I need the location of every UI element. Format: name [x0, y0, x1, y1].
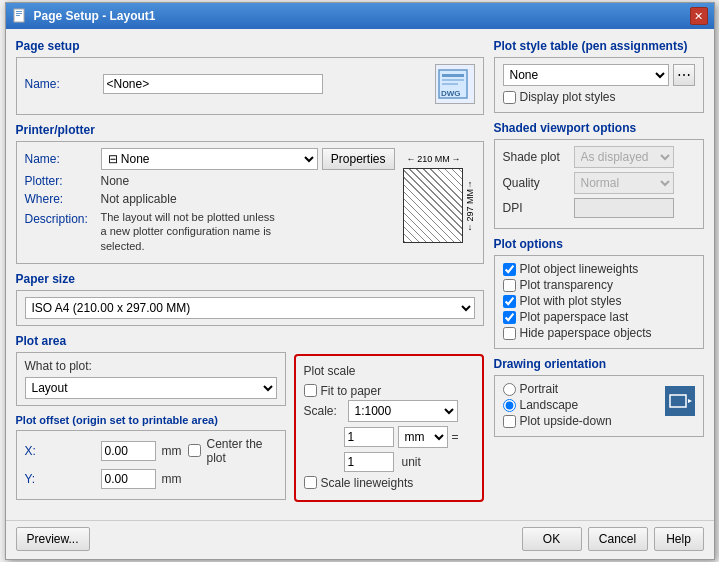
plot-scale-spacer [294, 334, 484, 354]
scale-lineweights-checkbox[interactable] [304, 476, 317, 489]
footer-buttons: Preview... OK Cancel Help [6, 520, 714, 559]
title-text: Page Setup - Layout1 [34, 9, 156, 23]
plot-area-label: Plot area [16, 334, 286, 348]
page-setup-name-input[interactable] [103, 74, 323, 94]
left-panel: Page setup Name: DWG [16, 39, 484, 510]
where-value: Not applicable [101, 192, 177, 206]
paper-size-label: Paper size [16, 272, 484, 286]
quality-row: Quality Normal [503, 172, 695, 194]
preview-button[interactable]: Preview... [16, 527, 90, 551]
plot-scale-group: Plot scale Fit to paper Scale: 1:1000 1:… [294, 354, 484, 502]
hide-paperspace-objects-checkbox[interactable] [503, 327, 516, 340]
shaded-viewport-label: Shaded viewport options [494, 121, 704, 135]
plot-object-lineweights-row: Plot object lineweights [503, 262, 695, 276]
x-row: X: mm Center the plot [25, 437, 277, 465]
svg-rect-3 [16, 15, 20, 16]
plot-options-group: Plot object lineweights Plot transparenc… [494, 255, 704, 349]
printer-select-container: ⊟ None Properties [101, 148, 395, 170]
paper-dim-top: 210 MM [417, 154, 450, 164]
orientation-options: Portrait Landscape Plot upside-down [503, 382, 612, 430]
paper-main: ↑ 297 MM ↓ [403, 168, 475, 243]
paper-dim-right: 297 MM [466, 189, 475, 222]
plot-upside-down-checkbox[interactable] [503, 415, 516, 428]
portrait-row: Portrait [503, 382, 612, 396]
fit-to-paper-row: Fit to paper [304, 384, 474, 398]
plot-transparency-label: Plot transparency [520, 278, 613, 292]
plot-offset-group: X: mm Center the plot Y: mm [16, 430, 286, 500]
what-to-plot-select[interactable]: Layout [25, 377, 277, 399]
x-input[interactable] [101, 441, 156, 461]
plot-transparency-checkbox[interactable] [503, 279, 516, 292]
svg-marker-10 [688, 399, 692, 403]
dpi-row: DPI [503, 198, 695, 218]
scale-select[interactable]: 1:1000 1:500 1:200 1:100 [348, 400, 458, 422]
quality-select[interactable]: Normal [574, 172, 674, 194]
ok-button[interactable]: OK [522, 527, 582, 551]
shade-plot-row: Shade plot As displayed [503, 146, 695, 168]
bottom-two-col: Plot area What to plot: Layout Plot offs… [16, 334, 484, 510]
close-button[interactable]: ✕ [690, 7, 708, 25]
plot-offset-label: Plot offset (origin set to printable are… [16, 414, 286, 426]
arrow-down: ↓ [468, 222, 473, 232]
arrow-left: ← [407, 154, 416, 164]
portrait-radio[interactable] [503, 383, 516, 396]
center-plot-checkbox[interactable] [188, 444, 201, 457]
svg-text:DWG: DWG [441, 89, 461, 98]
plot-paperspace-last-checkbox[interactable] [503, 311, 516, 324]
help-button[interactable]: Help [654, 527, 704, 551]
title-bar-left: Page Setup - Layout1 [12, 8, 156, 24]
display-plot-styles-checkbox[interactable] [503, 91, 516, 104]
properties-button[interactable]: Properties [322, 148, 395, 170]
plot-style-table-group: None ⋯ Display plot styles [494, 57, 704, 113]
dpi-label: DPI [503, 201, 568, 215]
plot-style-table-label: Plot style table (pen assignments) [494, 39, 704, 53]
y-mm-label: mm [162, 472, 182, 486]
y-input[interactable] [101, 469, 156, 489]
arrow-right: → [451, 154, 460, 164]
plotter-label: Plotter: [25, 174, 95, 188]
fit-to-paper-checkbox[interactable] [304, 384, 317, 397]
plot-upside-down-label: Plot upside-down [520, 414, 612, 428]
plot-upside-down-row: Plot upside-down [503, 414, 612, 428]
scale-label: Scale: [304, 404, 344, 418]
plot-paperspace-last-label: Plot paperspace last [520, 310, 629, 324]
plot-style-select[interactable]: None [503, 64, 669, 86]
dpi-input [574, 198, 674, 218]
paper-dim-right-col: ↑ 297 MM ↓ [466, 179, 475, 232]
plot-with-plot-styles-checkbox[interactable] [503, 295, 516, 308]
description-row: Description: The layout will not be plot… [25, 210, 395, 253]
quality-label: Quality [503, 176, 568, 190]
cancel-button[interactable]: Cancel [588, 527, 648, 551]
title-bar: Page Setup - Layout1 ✕ [6, 3, 714, 29]
page-setup-dialog: Page Setup - Layout1 ✕ Page setup Name: [5, 2, 715, 560]
plot-style-btn[interactable]: ⋯ [673, 64, 695, 86]
orientation-content: Portrait Landscape Plot upside-down [503, 382, 695, 430]
paper-preview: ← 210 MM → ↑ 297 MM [403, 168, 475, 243]
plot-paperspace-last-row: Plot paperspace last [503, 310, 695, 324]
scale-lineweights-label: Scale lineweights [321, 476, 414, 490]
arrow-up: ↑ [468, 179, 473, 189]
svg-rect-6 [442, 79, 464, 81]
printer-name-select[interactable]: ⊟ None [101, 148, 318, 170]
description-label: Description: [25, 210, 95, 226]
paper-size-select[interactable]: ISO A4 (210.00 x 297.00 MM) [25, 297, 475, 319]
mm-select[interactable]: mm inches [398, 426, 448, 448]
equals-sign: = [452, 430, 459, 444]
shade-plot-select[interactable]: As displayed [574, 146, 674, 168]
scale-value2-input[interactable] [344, 452, 394, 472]
scale-value1-input[interactable] [344, 427, 394, 447]
y-row: Y: mm [25, 469, 277, 489]
landscape-arrow-icon [668, 389, 692, 413]
plot-with-plot-styles-row: Plot with plot styles [503, 294, 695, 308]
shade-plot-label: Shade plot [503, 150, 568, 164]
hide-paperspace-objects-row: Hide paperspace objects [503, 326, 695, 340]
y-label: Y: [25, 472, 95, 486]
plot-object-lineweights-label: Plot object lineweights [520, 262, 639, 276]
plot-object-lineweights-checkbox[interactable] [503, 263, 516, 276]
plot-area-group: What to plot: Layout [16, 352, 286, 406]
portrait-label: Portrait [520, 382, 559, 396]
landscape-radio[interactable] [503, 399, 516, 412]
page-icon [12, 8, 28, 24]
where-label: Where: [25, 192, 95, 206]
printer-name-row: Name: ⊟ None Properties [25, 148, 395, 170]
